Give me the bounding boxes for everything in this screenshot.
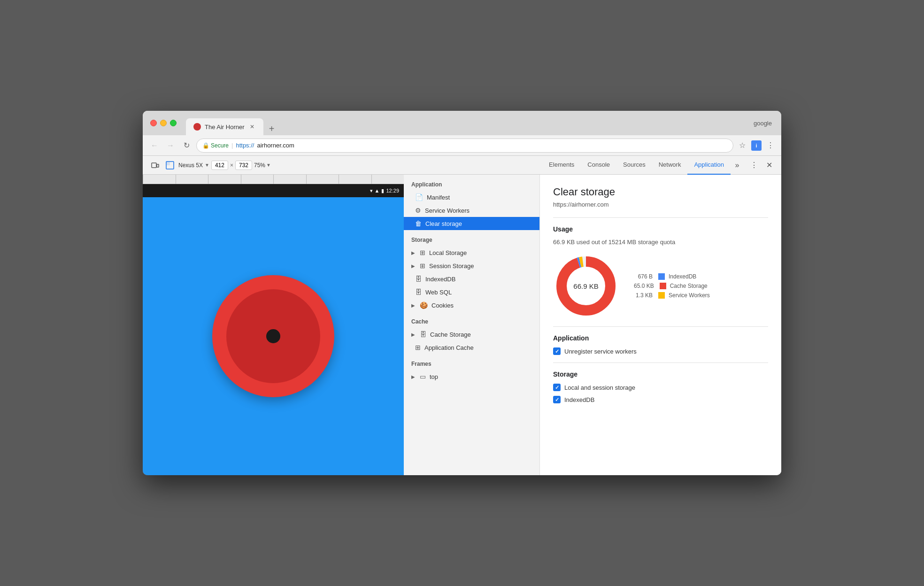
legend-item-indexeddb: 676 B IndexedDB: [634, 273, 710, 280]
checkbox-indexeddb-input[interactable]: [553, 396, 561, 403]
reload-button[interactable]: ↻: [180, 139, 192, 152]
ruler-mark: [339, 175, 371, 184]
manifest-label: Manifest: [427, 194, 450, 201]
sidebar-item-session-storage[interactable]: ▶ ⊞ Session Storage: [404, 259, 539, 272]
forward-button[interactable]: →: [164, 139, 177, 152]
sidebar-item-cache-storage[interactable]: ▶ 🗄 Cache Storage: [404, 328, 539, 341]
ruler-mark: [371, 175, 404, 184]
tab-console[interactable]: Console: [581, 156, 616, 175]
ruler-mark: [273, 175, 306, 184]
donut-chart: 66.9 KB: [553, 253, 619, 319]
ruler-mark: [176, 175, 208, 184]
sidebar-section-frames: Frames: [404, 354, 539, 370]
checkbox-local-session: Local and session storage: [553, 384, 768, 391]
sidebar-item-indexeddb[interactable]: 🗄 IndexedDB: [404, 272, 539, 285]
phone-status-bar: ▾ ▲ ▮ 12:29: [143, 184, 404, 197]
tab-sources[interactable]: Sources: [616, 156, 652, 175]
manifest-icon: 📄: [415, 193, 423, 201]
db-icon2: 🗄: [415, 288, 422, 296]
legend-item-cache-storage: 65.0 KB Cache Storage: [634, 283, 710, 289]
ruler-mark: [208, 175, 241, 184]
service-workers-legend-label: Service Workers: [669, 292, 710, 299]
dimension-separator: ×: [230, 162, 233, 169]
tab-close-button[interactable]: ✕: [248, 123, 256, 131]
device-toggle-icon[interactable]: [148, 159, 162, 172]
height-input[interactable]: [235, 161, 252, 170]
width-input[interactable]: [211, 161, 228, 170]
expand-cache-storage-icon: ▶: [411, 332, 415, 337]
new-tab-button[interactable]: +: [265, 122, 278, 135]
url-bar[interactable]: 🔒 Secure | https://airhorner.com: [196, 139, 733, 153]
devtools-menu-icon[interactable]: ⋮: [747, 159, 761, 172]
extension-icon[interactable]: i: [751, 140, 762, 151]
device-dropdown-arrow: ▼: [205, 162, 209, 168]
cache-storage-legend-label: Cache Storage: [670, 283, 708, 289]
indexeddb-label: IndexedDB: [425, 276, 455, 283]
tab-application[interactable]: Application: [687, 156, 731, 175]
tab-network[interactable]: Network: [652, 156, 688, 175]
devtools-close-icon[interactable]: ✕: [762, 159, 776, 172]
indexeddb-color: [658, 273, 665, 280]
vinyl-record: [212, 275, 334, 397]
inspect-icon[interactable]: [163, 159, 177, 172]
cache-storage-color: [660, 283, 666, 289]
bookmark-icon[interactable]: ☆: [737, 140, 747, 151]
grid-icon: ⊞: [420, 249, 425, 256]
main-panel: Clear storage https://airhorner.com Usag…: [540, 175, 781, 475]
sidebar-item-application-cache[interactable]: ⊞ Application Cache: [404, 341, 539, 354]
sidebar-item-local-storage[interactable]: ▶ ⊞ Local Storage: [404, 246, 539, 259]
back-button[interactable]: ←: [148, 139, 161, 152]
indexeddb-legend-label: IndexedDB: [669, 273, 696, 280]
sidebar-section-application: Application: [404, 175, 539, 191]
vinyl-inner: [266, 329, 280, 343]
expand-session-storage-icon: ▶: [411, 263, 415, 269]
expand-cookies-icon: ▶: [411, 303, 415, 308]
menu-icon[interactable]: ⋮: [765, 140, 776, 151]
unregister-sw-label: Unregister service workers: [564, 348, 637, 355]
web-sql-label: Web SQL: [425, 289, 452, 296]
divider-3: [553, 362, 768, 363]
zoom-label: 75%: [254, 162, 265, 169]
local-storage-label: Local Storage: [429, 249, 467, 256]
sidebar-item-service-workers[interactable]: ⚙ Service Workers: [404, 204, 539, 217]
phone-content: [143, 197, 404, 475]
sidebar-item-web-sql[interactable]: 🗄 Web SQL: [404, 285, 539, 299]
sidebar-item-cookies[interactable]: ▶ 🍪 Cookies: [404, 299, 539, 312]
grid-icon3: ⊞: [415, 344, 421, 351]
url-separator: |: [231, 142, 233, 149]
browser-tab[interactable]: The Air Horner ✕: [186, 118, 263, 135]
indexeddb-size: 676 B: [634, 273, 653, 280]
url-domain: airhorner.com: [257, 142, 294, 149]
divider-2: [553, 326, 768, 327]
svg-rect-1: [157, 164, 159, 167]
tab-elements[interactable]: Elements: [542, 156, 581, 175]
sidebar-item-clear-storage[interactable]: 🗑 Clear storage: [404, 217, 539, 230]
more-tabs-icon[interactable]: »: [731, 159, 744, 172]
sidebar-item-top[interactable]: ▶ ▭ top: [404, 370, 539, 383]
expand-local-storage-icon: ▶: [411, 250, 415, 255]
chart-legend: 676 B IndexedDB 65.0 KB Cache Storage 1.…: [634, 273, 710, 299]
zoom-selector[interactable]: 75% ▼: [254, 162, 271, 169]
cookie-icon: 🍪: [420, 301, 428, 309]
traffic-lights: [150, 120, 177, 126]
secure-badge: 🔒 Secure: [202, 142, 229, 149]
tab-title: The Air Horner: [205, 123, 245, 131]
checkbox-local-session-input[interactable]: [553, 384, 561, 391]
cache-storage-label: Cache Storage: [430, 331, 471, 338]
device-selector[interactable]: Nexus 5X ▼: [178, 162, 209, 169]
cache-icon: 🗄: [420, 331, 426, 338]
address-bar: ← → ↻ 🔒 Secure | https://airhorner.com ☆…: [143, 135, 781, 156]
close-button[interactable]: [150, 120, 157, 126]
usage-section-title: Usage: [553, 225, 768, 233]
trash-icon: 🗑: [415, 220, 422, 227]
maximize-button[interactable]: [170, 120, 177, 126]
sidebar-item-manifest[interactable]: 📄 Manifest: [404, 191, 539, 204]
profile-name: google: [754, 120, 772, 127]
checkbox-unregister-sw-input[interactable]: [553, 347, 561, 355]
indexeddb-check-label: IndexedDB: [564, 396, 594, 403]
minimize-button[interactable]: [160, 120, 167, 126]
vinyl-middle: [226, 289, 320, 383]
application-section-title: Application: [553, 334, 768, 342]
viewport: ▾ ▲ ▮ 12:29: [143, 175, 404, 475]
gear-icon: ⚙: [415, 207, 421, 214]
